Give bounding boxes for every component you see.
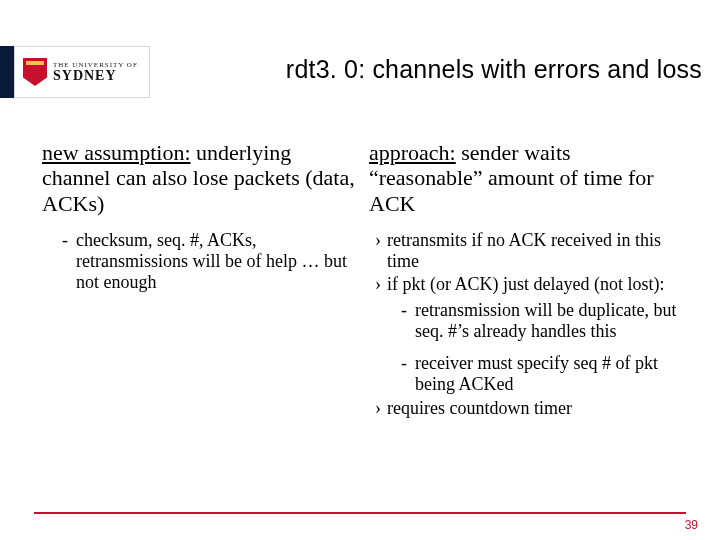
list-item: › retransmits if no ACK received in this… xyxy=(375,230,686,272)
page-number: 39 xyxy=(685,518,698,532)
right-lead-underlined: approach: xyxy=(369,140,456,165)
right-lead: approach: sender waits “reasonable” amou… xyxy=(369,140,686,216)
right-b3: requires countdown timer xyxy=(387,398,572,419)
list-item: › requires countdown timer xyxy=(375,398,686,419)
right-b1: retransmits if no ACK received in this t… xyxy=(387,230,686,272)
angle-bullet-icon: › xyxy=(375,398,381,419)
dash-bullet-icon: - xyxy=(62,230,68,294)
list-item: › if pkt (or ACK) just delayed (not lost… xyxy=(375,274,686,295)
left-sublist: - checksum, seq. #, ACKs, retransmission… xyxy=(42,230,359,294)
list-item: - retransmission will be duplicate, but … xyxy=(401,300,686,343)
right-b2-s2: receiver must specify seq # of pkt being… xyxy=(415,353,686,396)
slide-body: new assumption: underlying channel can a… xyxy=(42,140,686,500)
slide: THE UNIVERSITY OF SYDNEY rdt3. 0: channe… xyxy=(0,0,720,540)
list-item: - checksum, seq. #, ACKs, retransmission… xyxy=(62,230,359,294)
right-b2-s1: retransmission will be duplicate, but se… xyxy=(415,300,686,343)
dash-bullet-icon: - xyxy=(401,300,407,343)
left-lead: new assumption: underlying channel can a… xyxy=(42,140,359,216)
angle-bullet-icon: › xyxy=(375,230,381,272)
slide-title: rdt3. 0: channels with errors and loss xyxy=(0,55,702,84)
list-item: - receiver must specify seq # of pkt bei… xyxy=(401,353,686,396)
left-sub-text: checksum, seq. #, ACKs, retransmissions … xyxy=(76,230,359,294)
angle-bullet-icon: › xyxy=(375,274,381,295)
dash-bullet-icon: - xyxy=(401,353,407,396)
left-lead-underlined: new assumption: xyxy=(42,140,191,165)
right-b2-nested: - retransmission will be duplicate, but … xyxy=(375,300,686,396)
left-column: new assumption: underlying channel can a… xyxy=(42,140,359,500)
header: THE UNIVERSITY OF SYDNEY rdt3. 0: channe… xyxy=(0,0,720,100)
right-bullets: › retransmits if no ACK received in this… xyxy=(369,230,686,419)
right-b2: if pkt (or ACK) just delayed (not lost): xyxy=(387,274,664,295)
footer-rule xyxy=(34,512,686,514)
right-column: approach: sender waits “reasonable” amou… xyxy=(369,140,686,500)
